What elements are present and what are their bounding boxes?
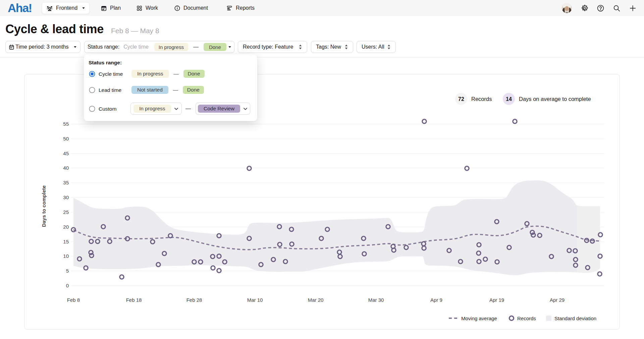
svg-text:25: 25 — [63, 209, 69, 215]
svg-text:72: 72 — [458, 96, 464, 102]
svg-text:Apr 19: Apr 19 — [489, 297, 504, 303]
svg-text:0: 0 — [66, 283, 69, 288]
svg-text:40: 40 — [63, 165, 69, 171]
svg-text:30: 30 — [63, 194, 69, 200]
svg-text:14: 14 — [506, 96, 512, 102]
svg-text:15: 15 — [63, 239, 69, 244]
svg-text:Mar 10: Mar 10 — [247, 297, 263, 303]
svg-text:Moving average: Moving average — [461, 316, 497, 321]
svg-text:Days on average to complete: Days on average to complete — [519, 96, 591, 102]
svg-text:55: 55 — [63, 121, 69, 127]
svg-text:Days to complete: Days to complete — [41, 185, 47, 227]
svg-text:Standard deviation: Standard deviation — [554, 316, 596, 321]
svg-text:Apr 9: Apr 9 — [430, 297, 442, 303]
svg-text:10: 10 — [63, 253, 69, 259]
svg-text:Feb 8: Feb 8 — [67, 297, 80, 303]
svg-text:Apr 29: Apr 29 — [550, 297, 565, 303]
svg-text:Mar 30: Mar 30 — [368, 297, 384, 303]
svg-text:5: 5 — [66, 268, 69, 274]
svg-text:50: 50 — [63, 136, 69, 142]
svg-text:Records: Records — [471, 96, 492, 102]
svg-text:Records: Records — [517, 316, 536, 321]
svg-text:35: 35 — [63, 180, 69, 185]
svg-text:Mar 20: Mar 20 — [308, 297, 324, 303]
svg-text:Feb 18: Feb 18 — [126, 297, 142, 303]
svg-text:Feb 28: Feb 28 — [186, 297, 202, 303]
svg-text:20: 20 — [63, 224, 69, 230]
svg-text:45: 45 — [63, 151, 69, 156]
